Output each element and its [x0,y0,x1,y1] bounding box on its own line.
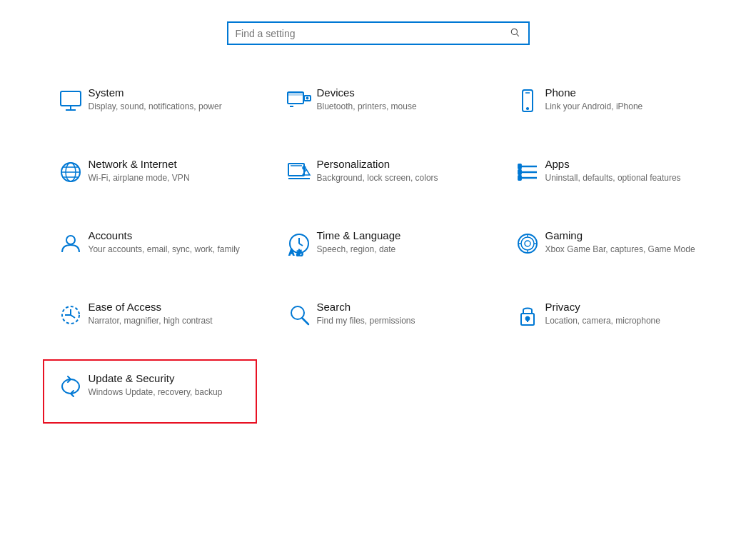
setting-item-ease[interactable]: Ease of Access Narrator, magnifier, high… [43,288,257,352]
svg-text:あ: あ [296,249,303,256]
system-icon [53,86,89,114]
setting-item-network[interactable]: Network & Internet Wi-Fi, airplane mode,… [43,145,257,209]
phone-icon [510,86,545,114]
svg-rect-25 [518,164,521,169]
setting-item-system[interactable]: System Display, sound, notifications, po… [43,74,257,138]
setting-item-apps[interactable]: Apps Uninstall, defaults, optional featu… [500,145,714,209]
network-icon [53,158,89,185]
setting-title-search: Search [317,301,475,313]
setting-desc-network: Wi-Fi, airplane mode, VPN [89,172,247,184]
settings-page: System Display, sound, notifications, po… [0,0,756,545]
setting-desc-search: Find my files, permissions [317,315,475,327]
setting-desc-devices: Bluetooth, printers, mouse [317,101,475,113]
setting-item-update[interactable]: Update & Security Windows Update, recove… [43,359,257,424]
setting-title-privacy: Privacy [545,301,704,313]
svg-point-11 [526,108,528,109]
setting-desc-update: Windows Update, recovery, backup [89,386,247,399]
setting-desc-personalization: Background, lock screen, colors [317,172,475,184]
setting-title-update: Update & Security [89,372,247,384]
setting-title-phone: Phone [545,86,704,99]
search-input[interactable] [236,28,508,39]
gaming-icon [510,229,545,256]
setting-title-personalization: Personalization [317,158,475,170]
setting-desc-accounts: Your accounts, email, sync, work, family [89,244,247,256]
svg-text:A: A [289,249,294,256]
search-icon [510,27,520,37]
setting-item-time[interactable]: A あ Time & Language Speech, region, date [271,216,485,281]
setting-title-gaming: Gaming [545,229,704,241]
setting-desc-apps: Uninstall, defaults, optional features [545,172,704,184]
svg-point-9 [306,98,308,99]
search-wrapper [227,21,530,45]
svg-rect-2 [61,91,81,106]
svg-rect-26 [518,170,521,174]
privacy-icon [510,301,545,328]
setting-item-gaming[interactable]: Gaming Xbox Game Bar, captures, Game Mod… [500,216,714,281]
svg-line-31 [299,244,303,246]
apps-icon [510,158,545,185]
accounts-icon [53,229,89,256]
setting-item-personalization[interactable]: Personalization Background, lock screen,… [271,145,485,209]
update-icon [53,372,89,399]
setting-item-search[interactable]: Search Find my files, permissions [271,288,485,352]
setting-item-privacy[interactable]: Privacy Location, camera, microphone [500,288,714,352]
svg-point-28 [66,236,75,244]
svg-rect-27 [518,176,521,180]
setting-item-phone[interactable]: Phone Link your Android, iPhone [500,74,714,138]
setting-item-devices[interactable]: Devices Bluetooth, printers, mouse [271,74,485,138]
setting-desc-ease: Narrator, magnifier, high contrast [89,315,247,327]
search-bar [227,21,530,45]
setting-title-accounts: Accounts [89,229,247,241]
time-icon: A あ [281,229,317,256]
personalization-icon [281,158,317,185]
setting-item-accounts[interactable]: Accounts Your accounts, email, sync, wor… [43,216,257,281]
svg-point-0 [511,29,517,34]
setting-title-time: Time & Language [317,229,475,241]
setting-desc-privacy: Location, camera, microphone [545,315,704,327]
settings-grid: System Display, sound, notifications, po… [0,74,756,424]
svg-point-36 [525,241,530,246]
setting-title-system: System [89,86,247,99]
setting-title-ease: Ease of Access [89,301,247,313]
search-button[interactable] [508,27,521,39]
setting-desc-gaming: Xbox Game Bar, captures, Game Mode [545,244,704,256]
search-icon [281,301,317,328]
svg-rect-6 [288,93,303,95]
ease-icon [53,301,89,328]
setting-title-apps: Apps [545,158,704,170]
svg-point-45 [525,317,529,321]
svg-line-1 [516,34,518,36]
setting-desc-system: Display, sound, notifications, power [89,101,247,113]
devices-icon [281,86,317,114]
setting-title-devices: Devices [317,86,475,99]
setting-title-network: Network & Internet [89,158,247,170]
setting-desc-time: Speech, region, date [317,244,475,256]
svg-line-43 [302,319,308,325]
setting-desc-phone: Link your Android, iPhone [545,101,704,113]
svg-point-35 [521,237,534,250]
